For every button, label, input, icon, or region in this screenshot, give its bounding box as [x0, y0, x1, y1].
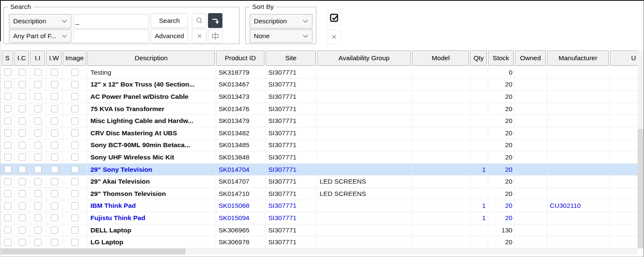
cell-qty[interactable]: 1: [470, 200, 488, 212]
cell-owned[interactable]: [515, 236, 547, 248]
table-row[interactable]: LG LaptopSK306978SI30777120: [0, 236, 638, 249]
cell-product_id[interactable]: SK013473: [216, 91, 266, 103]
column-header-qty[interactable]: Qty: [470, 50, 487, 66]
cell-manufacturer[interactable]: CU302110: [547, 200, 610, 212]
cell-u[interactable]: [610, 103, 638, 115]
cell-qty[interactable]: [470, 224, 488, 236]
row-checkbox-s[interactable]: [4, 178, 11, 185]
advanced-button[interactable]: Advanced: [151, 29, 188, 43]
cell-availability_group[interactable]: [317, 115, 412, 127]
vertical-scrollbar-thumb[interactable]: [638, 129, 644, 249]
table-row[interactable]: Fujistu Think PadSK015094SI307771120: [0, 212, 638, 224]
cell-model[interactable]: [412, 103, 470, 115]
cell-u[interactable]: [610, 151, 638, 163]
row-checkbox-iw[interactable]: [51, 166, 58, 173]
cell-qty[interactable]: [470, 67, 488, 78]
cell-description[interactable]: LG Laptop: [87, 236, 216, 248]
cell-site[interactable]: SI307771: [266, 212, 317, 224]
cell-qty[interactable]: 1: [470, 212, 488, 224]
search-field-combo[interactable]: Description: [9, 14, 71, 28]
cell-qty[interactable]: [470, 91, 488, 103]
row-checkbox-ic[interactable]: [19, 202, 26, 210]
cell-u[interactable]: [610, 200, 638, 212]
table-row[interactable]: Misc Lighting Cable and Hardw...SK013479…: [0, 115, 638, 127]
cell-site[interactable]: SI307771: [266, 79, 317, 91]
horizontal-scrollbar[interactable]: [0, 249, 638, 254]
cell-stock[interactable]: 20: [488, 236, 515, 248]
row-checkbox-ii[interactable]: [34, 190, 42, 197]
cell-u[interactable]: [610, 127, 638, 139]
cell-model[interactable]: [412, 127, 470, 139]
cell-availability_group[interactable]: [317, 67, 412, 78]
cell-owned[interactable]: [515, 176, 547, 187]
row-checkbox-ii[interactable]: [34, 117, 42, 125]
cell-product_id[interactable]: SK015068: [216, 200, 266, 212]
column-header-site[interactable]: Site: [266, 50, 316, 66]
cell-u[interactable]: [610, 67, 638, 78]
row-checkbox-image[interactable]: [71, 105, 79, 112]
row-checkbox-ic[interactable]: [19, 93, 26, 100]
row-checkbox-s[interactable]: [4, 142, 11, 149]
table-row[interactable]: TestingSK318779SI3077710: [0, 67, 638, 79]
sort-primary-combo[interactable]: Description: [250, 14, 312, 28]
cell-site[interactable]: SI307771: [266, 67, 317, 78]
table-row[interactable]: 12" x 12" Box Truss (40 Section...SK0134…: [0, 79, 638, 91]
row-checkbox-ii[interactable]: [34, 202, 42, 210]
cell-stock[interactable]: 20: [488, 164, 515, 176]
cell-owned[interactable]: [515, 127, 547, 139]
cell-product_id[interactable]: SK306965: [216, 224, 266, 236]
search-value-input[interactable]: [73, 29, 149, 43]
row-checkbox-iw[interactable]: [51, 214, 58, 221]
row-checkbox-s[interactable]: [4, 154, 11, 161]
cell-product_id[interactable]: SK013482: [216, 127, 266, 139]
column-header-model[interactable]: Model: [412, 50, 469, 66]
cell-manufacturer[interactable]: [547, 224, 610, 236]
cell-description[interactable]: IBM Think Pad: [87, 200, 216, 212]
cell-owned[interactable]: [515, 91, 547, 103]
column-header-description[interactable]: Description: [87, 50, 215, 66]
cell-manufacturer[interactable]: [547, 188, 610, 200]
cell-availability_group[interactable]: [317, 212, 412, 224]
cell-owned[interactable]: [515, 212, 547, 224]
row-checkbox-s[interactable]: [4, 81, 11, 88]
cell-manufacturer[interactable]: [547, 91, 610, 103]
cell-availability_group[interactable]: [317, 127, 412, 139]
row-checkbox-ii[interactable]: [34, 81, 42, 88]
row-checkbox-ic[interactable]: [19, 81, 26, 88]
cell-product_id[interactable]: SK013479: [216, 115, 266, 127]
fit-columns-button[interactable]: [208, 29, 222, 43]
cell-product_id[interactable]: SK013848: [216, 151, 266, 163]
cell-manufacturer[interactable]: [547, 140, 610, 151]
cell-site[interactable]: SI307771: [266, 115, 317, 127]
cell-site[interactable]: SI307771: [266, 164, 317, 176]
row-checkbox-iw[interactable]: [51, 239, 58, 246]
cell-owned[interactable]: [515, 224, 547, 236]
row-checkbox-ic[interactable]: [19, 166, 26, 173]
cell-description[interactable]: 29" Thomson Television: [87, 188, 216, 200]
cell-qty[interactable]: [470, 176, 488, 187]
row-checkbox-image[interactable]: [71, 93, 79, 100]
cell-description[interactable]: 29" Akai Television: [87, 176, 216, 187]
row-checkbox-iw[interactable]: [51, 142, 58, 149]
cell-availability_group[interactable]: [317, 236, 412, 248]
row-checkbox-image[interactable]: [71, 214, 79, 221]
cell-description[interactable]: AC Power Panel w/Distro Cable: [87, 91, 216, 103]
row-checkbox-ic[interactable]: [19, 178, 26, 185]
cell-stock[interactable]: 20: [488, 200, 515, 212]
row-checkbox-image[interactable]: [71, 117, 79, 125]
row-checkbox-image[interactable]: [71, 226, 79, 234]
row-checkbox-ic[interactable]: [19, 129, 26, 137]
cell-u[interactable]: [610, 224, 638, 236]
row-checkbox-image[interactable]: [71, 166, 79, 173]
cell-product_id[interactable]: SK014707: [216, 176, 266, 187]
row-checkbox-ic[interactable]: [19, 142, 26, 149]
row-checkbox-iw[interactable]: [51, 190, 58, 197]
cell-manufacturer[interactable]: [547, 67, 610, 78]
cell-stock[interactable]: 20: [488, 127, 515, 139]
cell-availability_group[interactable]: LED SCREENS: [317, 188, 412, 200]
cell-model[interactable]: [412, 91, 470, 103]
column-header-product_id[interactable]: Product ID: [216, 50, 264, 66]
cell-product_id[interactable]: SK306978: [216, 236, 266, 248]
cell-product_id[interactable]: SK013476: [216, 103, 266, 115]
cell-product_id[interactable]: SK015094: [216, 212, 266, 224]
